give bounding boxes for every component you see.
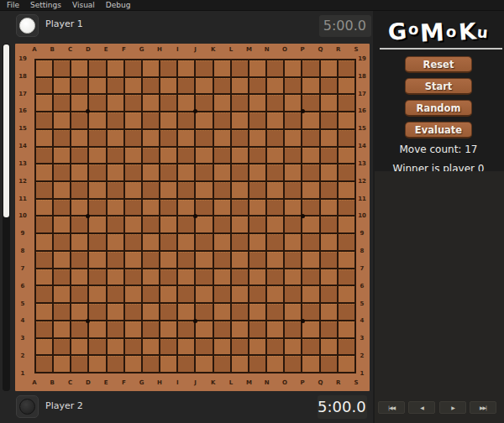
board-cell[interactable] (125, 164, 141, 180)
board-cell[interactable] (249, 130, 265, 146)
board-cell[interactable] (71, 78, 87, 94)
board-cell[interactable] (321, 252, 337, 268)
board-cell[interactable] (196, 130, 212, 146)
board-cell[interactable] (125, 112, 141, 128)
board-cell[interactable] (54, 286, 70, 302)
board-cell[interactable] (285, 60, 301, 76)
board-cell[interactable] (321, 78, 337, 94)
board-cell[interactable] (178, 217, 194, 232)
board-cell[interactable] (267, 339, 283, 355)
board-cell[interactable] (71, 252, 87, 268)
board-cell[interactable] (108, 286, 123, 302)
board-cell[interactable] (285, 200, 301, 216)
board-cell[interactable] (321, 339, 337, 355)
board-cell[interactable] (267, 269, 283, 285)
board-cell[interactable] (249, 78, 265, 94)
board-cell[interactable] (54, 182, 70, 198)
board-cell[interactable] (54, 148, 70, 164)
board-cell[interactable] (89, 200, 105, 216)
board-cell[interactable] (285, 130, 301, 146)
board-cell[interactable] (339, 217, 354, 232)
board-cell[interactable] (196, 78, 212, 94)
board-cell[interactable] (125, 304, 141, 320)
menu-visual[interactable]: Visual (72, 1, 95, 9)
board-cell[interactable] (89, 356, 105, 372)
reset-button[interactable]: Reset (405, 56, 472, 73)
board-cell[interactable] (89, 148, 105, 164)
board-cell[interactable] (321, 112, 337, 128)
board-cell[interactable] (178, 234, 194, 250)
board-cell[interactable] (54, 60, 70, 76)
board-cell[interactable] (232, 252, 248, 268)
board-cell[interactable] (160, 60, 176, 76)
board-cell[interactable] (285, 252, 301, 268)
board-cell[interactable] (125, 269, 141, 285)
board-cell[interactable] (143, 269, 159, 285)
board-cell[interactable] (302, 78, 318, 94)
board-cell[interactable] (285, 217, 301, 232)
board-cell[interactable] (321, 60, 337, 76)
board-cell[interactable] (285, 182, 301, 198)
board-cell[interactable] (125, 182, 141, 198)
board-cell[interactable] (178, 182, 194, 198)
board-cell[interactable] (321, 321, 337, 337)
board-cell[interactable] (36, 252, 52, 268)
board-cell[interactable] (143, 95, 159, 111)
board-cell[interactable] (125, 217, 141, 232)
board-cell[interactable] (232, 356, 248, 372)
board-cell[interactable] (36, 234, 52, 250)
board-cell[interactable] (89, 304, 105, 320)
board-cell[interactable] (196, 60, 212, 76)
board-cell[interactable] (214, 112, 230, 128)
board-cell[interactable] (267, 252, 283, 268)
board-cell[interactable] (89, 112, 105, 128)
start-button[interactable]: Start (405, 78, 472, 95)
board-cell[interactable] (285, 95, 301, 111)
board-cell[interactable] (71, 95, 87, 111)
board-cell[interactable] (232, 339, 248, 355)
board-cell[interactable] (285, 269, 301, 285)
board-cell[interactable] (285, 148, 301, 164)
board-cell[interactable] (321, 182, 337, 198)
board-cell[interactable] (125, 339, 141, 355)
board-cell[interactable] (89, 130, 105, 146)
board-cell[interactable] (214, 164, 230, 180)
board-cell[interactable] (71, 164, 87, 180)
board-cell[interactable] (71, 130, 87, 146)
board-cell[interactable] (196, 321, 212, 337)
board-cell[interactable] (160, 95, 176, 111)
board-cell[interactable] (214, 130, 230, 146)
board-cell[interactable] (160, 130, 176, 146)
board-cell[interactable] (89, 217, 105, 232)
board-cell[interactable] (339, 148, 354, 164)
board-cell[interactable] (125, 95, 141, 111)
board-cell[interactable] (143, 164, 159, 180)
board-cell[interactable] (285, 112, 301, 128)
board-cell[interactable] (143, 339, 159, 355)
skip-to-start-button[interactable]: |◀◀ (378, 401, 405, 414)
board-cell[interactable] (36, 182, 52, 198)
board-cell[interactable] (232, 269, 248, 285)
board-cell[interactable] (71, 356, 87, 372)
board-cell[interactable] (339, 252, 354, 268)
board-cell[interactable] (302, 182, 318, 198)
board-cell[interactable] (232, 200, 248, 216)
menu-settings[interactable]: Settings (30, 1, 61, 9)
board-cell[interactable] (249, 234, 265, 250)
board-cell[interactable] (249, 95, 265, 111)
board-cell[interactable] (108, 269, 123, 285)
board-cell[interactable] (302, 269, 318, 285)
board-cell[interactable] (285, 78, 301, 94)
board-cell[interactable] (125, 78, 141, 94)
board-cell[interactable] (160, 356, 176, 372)
board-cell[interactable] (232, 148, 248, 164)
board-cell[interactable] (232, 95, 248, 111)
board-cell[interactable] (249, 164, 265, 180)
board-cell[interactable] (36, 304, 52, 320)
board-cell[interactable] (196, 112, 212, 128)
board-cell[interactable] (54, 130, 70, 146)
board-cell[interactable] (143, 60, 159, 76)
board-cell[interactable] (89, 269, 105, 285)
board-cell[interactable] (232, 130, 248, 146)
board-cell[interactable] (108, 304, 123, 320)
